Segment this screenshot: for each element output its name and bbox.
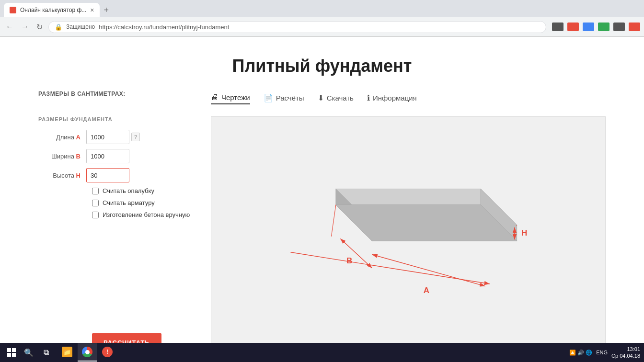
file-explorer-button[interactable]: 📁 [58, 343, 77, 362]
main-area: РАЗМЕРЫ ФУНДАМЕНТА Длина A ? Ширина B [0, 116, 644, 352]
label-a: A [424, 286, 429, 295]
height-input[interactable] [86, 168, 129, 182]
url-secure: Защищено [66, 23, 95, 30]
tab-skachat[interactable]: ⬇ Скачать [318, 93, 354, 104]
toolbar-icon-5[interactable] [613, 23, 625, 31]
length-input-group: ? [86, 130, 140, 144]
foundation-diagram: A B H [284, 153, 533, 316]
windows-logo [7, 348, 16, 357]
armatura-group: Считать арматуру [92, 199, 192, 206]
opалубка-checkbox[interactable] [92, 188, 99, 194]
height-label: Высота H [38, 172, 86, 179]
toolbar-icon-3[interactable] [583, 23, 594, 31]
armatura-checkbox[interactable] [92, 200, 99, 206]
beton-group: Изготовление бетона вручную [92, 211, 192, 218]
system-icons: 🔼 🔊 🌐 [569, 350, 592, 356]
other-app-button[interactable]: ! [98, 343, 117, 362]
width-label: Ширина B [38, 153, 86, 160]
browser-tab[interactable]: Онлайн калькулятор ф... × [4, 3, 100, 17]
svg-line-10 [331, 205, 335, 237]
tab-info-label: Информация [373, 94, 417, 102]
lock-icon: 🔒 [55, 23, 62, 31]
language-indicator: ENG [596, 350, 608, 355]
tab-favicon [10, 7, 16, 13]
raschety-icon: 📄 [264, 93, 273, 102]
length-label: Длина A [38, 134, 86, 141]
armatura-label: Считать арматуру [103, 199, 155, 206]
height-var: H [76, 172, 80, 179]
left-panel: РАЗМЕРЫ ФУНДАМЕНТА Длина A ? Ширина B [38, 116, 192, 352]
new-tab-button[interactable]: + [100, 5, 113, 15]
tab-close-button[interactable]: × [90, 6, 94, 14]
back-button[interactable]: ← [4, 21, 15, 33]
label-b: B [346, 256, 352, 265]
taskbar: 🔍 ⧉ 📁 ! 🔼 🔊 🌐 ENG 13:01 Ср 04.04.18 [0, 343, 644, 362]
url-text: https://calcstroy.ru/fundament/plitnyj-f… [99, 23, 229, 31]
tab-bar: Онлайн калькулятор ф... × + [0, 0, 644, 17]
svg-line-8 [340, 238, 372, 268]
forward-button[interactable]: → [19, 21, 31, 33]
refresh-button[interactable]: ↻ [34, 21, 45, 34]
chertezhi-icon: 🖨 [211, 93, 218, 102]
height-group: Высота H [38, 168, 192, 182]
browser-chrome: Онлайн калькулятор ф... × + ← → ↻ 🔒 Защи… [0, 0, 644, 37]
sizes-label: РАЗМЕРЫ В САНТИМЕТРАХ: [38, 90, 192, 97]
length-info-button[interactable]: ? [131, 133, 140, 141]
toolbar-icon-4[interactable] [598, 23, 610, 31]
section-title: РАЗМЕРЫ ФУНДАМЕНТА [38, 116, 192, 122]
length-var: A [76, 134, 80, 141]
beton-checkbox[interactable] [92, 212, 99, 218]
top-area: РАЗМЕРЫ В САНТИМЕТРАХ: 🖨 Чертежи 📄 Расчё… [0, 90, 644, 107]
foundation-svg: A B H [284, 153, 533, 316]
tab-chertezhi[interactable]: 🖨 Чертежи [211, 93, 250, 104]
tab-skachat-label: Скачать [327, 94, 354, 102]
taskbar-right: 🔼 🔊 🌐 ENG 13:01 Ср 04.04.18 [569, 346, 640, 360]
tab-raschety[interactable]: 📄 Расчёты [264, 93, 304, 104]
label-h: H [521, 228, 527, 238]
toolbar-icon-6[interactable] [629, 23, 640, 31]
beton-label: Изготовление бетона вручную [103, 211, 190, 218]
info-icon: ℹ [367, 93, 370, 102]
length-group: Длина A ? [38, 130, 192, 144]
task-view-button[interactable]: ⧉ [38, 345, 54, 360]
tab-title: Онлайн калькулятор ф... [20, 7, 86, 13]
tab-chertezhi-label: Чертежи [221, 93, 250, 102]
taskbar-date-display: Ср 04.04.18 [611, 352, 640, 359]
opалубка-group: Считать опалубку [92, 187, 192, 194]
chrome-button[interactable] [78, 343, 97, 362]
width-input[interactable] [86, 149, 129, 163]
start-button[interactable] [4, 345, 19, 360]
tabs-row: 🖨 Чертежи 📄 Расчёты ⬇ Скачать ℹ Информац… [211, 93, 417, 104]
url-box[interactable]: 🔒 Защищено https://calcstroy.ru/fundamen… [48, 21, 546, 33]
length-input[interactable] [86, 130, 129, 144]
page: Плитный фундамент РАЗМЕРЫ В САНТИМЕТРАХ:… [0, 37, 644, 362]
tab-info[interactable]: ℹ Информация [367, 93, 417, 104]
address-bar: ← → ↻ 🔒 Защищено https://calcstroy.ru/fu… [0, 17, 644, 36]
toolbar-icon-2[interactable] [567, 23, 579, 31]
search-taskbar-button[interactable]: 🔍 [21, 345, 36, 360]
top-left: РАЗМЕРЫ В САНТИМЕТРАХ: [38, 90, 192, 107]
width-group: Ширина B [38, 149, 192, 163]
opалубка-label: Считать опалубку [103, 187, 154, 194]
taskbar-time-display: 13:01 [611, 346, 640, 352]
taskbar-clock: 13:01 Ср 04.04.18 [611, 346, 640, 360]
page-title: Плитный фундамент [0, 37, 644, 90]
toolbar-icons [552, 23, 640, 31]
skachat-icon: ⬇ [318, 93, 324, 102]
tab-raschety-label: Расчёты [276, 94, 304, 102]
taskbar-pinned-apps: 📁 ! [58, 343, 117, 362]
toolbar-icon-1[interactable] [552, 23, 564, 31]
diagram-panel: A B H [211, 116, 606, 352]
width-var: B [76, 153, 80, 160]
svg-line-7 [372, 255, 485, 286]
